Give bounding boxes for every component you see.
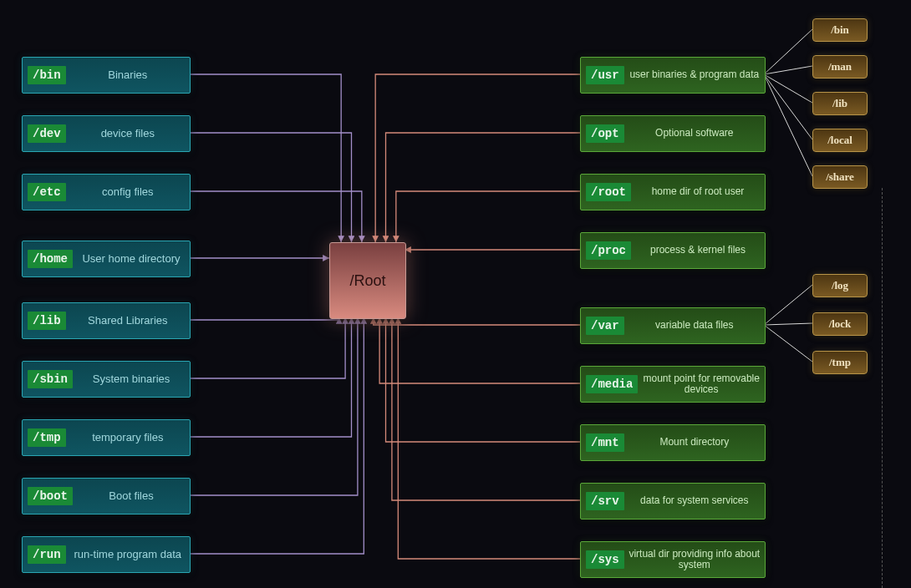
dir-tag: /usr — [586, 66, 624, 84]
dir-box-opt[interactable]: /optOptional software — [580, 115, 766, 152]
dashed-divider — [882, 188, 883, 588]
sub-box-var-tmp[interactable]: /tmp — [812, 351, 868, 374]
dir-desc: mount point for removable devices — [638, 373, 765, 396]
svg-line-7 — [764, 325, 812, 362]
dir-box-media[interactable]: /mediamount point for removable devices — [580, 366, 766, 403]
dir-desc: device files — [66, 128, 190, 140]
dir-box-sbin[interactable]: /sbinSystem binaries — [22, 361, 191, 398]
dir-box-usr[interactable]: /usruser binaries & program data — [580, 57, 766, 94]
dir-tag: /lib — [28, 312, 66, 330]
dir-tag: /srv — [586, 492, 624, 510]
diagram-stage: /Root /binBinaries/devdevice files/etcco… — [0, 0, 911, 588]
root-node[interactable]: /Root — [329, 242, 406, 319]
dir-desc: temporary files — [66, 432, 190, 444]
dir-tag: /home — [28, 250, 73, 268]
dir-tag: /media — [586, 375, 638, 393]
svg-line-1 — [764, 66, 812, 74]
sub-box-usr-local[interactable]: /local — [812, 129, 868, 152]
dir-desc: System binaries — [73, 373, 190, 386]
dir-tag: /proc — [586, 241, 631, 260]
sub-box-usr-bin[interactable]: /bin — [812, 18, 868, 42]
sub-box-usr-lib[interactable]: /lib — [812, 92, 868, 115]
dir-desc: home dir of root user — [631, 186, 765, 197]
dir-tag: /boot — [28, 487, 73, 505]
dir-desc: User home directory — [73, 253, 190, 266]
sub-box-usr-share[interactable]: /share — [812, 165, 868, 189]
dir-box-tmp[interactable]: /tmptemporary files — [22, 419, 191, 456]
dir-box-proc[interactable]: /procprocess & kernel files — [580, 232, 766, 269]
dir-tag: /root — [586, 183, 631, 201]
svg-line-4 — [764, 74, 812, 176]
dir-desc: Optional software — [624, 128, 765, 139]
dir-box-run[interactable]: /runrun-time program data — [22, 536, 191, 573]
svg-line-2 — [764, 74, 812, 103]
dir-box-srv[interactable]: /srvdata for system services — [580, 483, 766, 520]
dir-box-mnt[interactable]: /mntMount directory — [580, 424, 766, 461]
root-label: /Root — [349, 272, 385, 290]
sub-box-var-log[interactable]: /log — [812, 274, 868, 297]
dir-tag: /bin — [28, 66, 66, 84]
dir-desc: config files — [66, 186, 190, 199]
svg-line-5 — [764, 285, 812, 325]
svg-line-6 — [764, 323, 812, 325]
dir-desc: user binaries & program data — [624, 69, 765, 80]
dir-desc: Mount directory — [624, 437, 765, 448]
dir-box-bin[interactable]: /binBinaries — [22, 57, 191, 94]
dir-box-home[interactable]: /homeUser home directory — [22, 241, 191, 277]
dir-desc: Binaries — [66, 69, 190, 82]
dir-tag: /var — [586, 317, 624, 335]
svg-line-0 — [764, 29, 812, 74]
sub-box-usr-man[interactable]: /man — [812, 55, 868, 79]
sub-box-var-lock[interactable]: /lock — [812, 312, 868, 336]
dir-tag: /sys — [586, 550, 624, 569]
dir-desc: data for system services — [624, 495, 765, 506]
dir-box-dev[interactable]: /devdevice files — [22, 115, 191, 152]
dir-tag: /tmp — [28, 428, 66, 447]
dir-tag: /etc — [28, 183, 66, 201]
dir-tag: /mnt — [586, 433, 624, 452]
dir-desc: variable data files — [624, 320, 765, 331]
dir-box-etc[interactable]: /etcconfig files — [22, 174, 191, 210]
dir-box-var[interactable]: /varvariable data files — [580, 307, 766, 344]
dir-tag: /sbin — [28, 370, 73, 388]
dir-tag: /opt — [586, 124, 624, 143]
dir-tag: /dev — [28, 124, 66, 143]
dir-desc: Shared Libraries — [66, 315, 190, 327]
dir-desc: Boot files — [73, 490, 190, 503]
dir-box-boot[interactable]: /bootBoot files — [22, 478, 191, 514]
dir-box-sys[interactable]: /sysvirtual dir providing info about sys… — [580, 541, 766, 578]
dir-tag: /run — [28, 545, 66, 564]
dir-desc: process & kernel files — [631, 245, 765, 256]
dir-box-root[interactable]: /roothome dir of root user — [580, 174, 766, 210]
dir-desc: run-time program data — [66, 549, 190, 561]
dir-desc: virtual dir providing info about system — [624, 549, 765, 571]
svg-line-3 — [764, 74, 812, 139]
dir-box-lib[interactable]: /libShared Libraries — [22, 302, 191, 339]
